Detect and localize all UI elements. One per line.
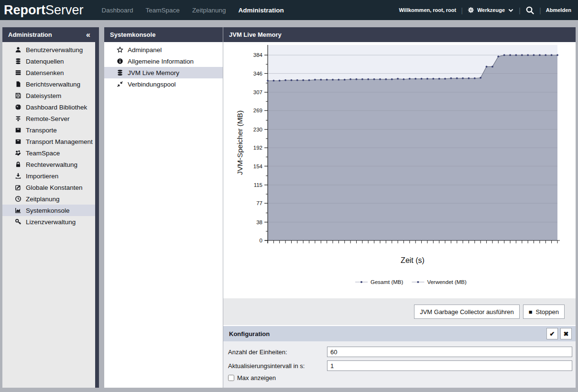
gc-run-button[interactable]: JVM Garbage Collector ausführen bbox=[414, 305, 520, 319]
sidebar-item-benutzerverwaltung[interactable]: Benutzerverwaltung bbox=[2, 44, 95, 55]
config-form: Anzahl der Einheiten: Aktualisierungsint… bbox=[223, 341, 576, 388]
nav-item-teamspace[interactable]: TeamSpace bbox=[146, 7, 180, 14]
systemconsole-title: Systemkonsole bbox=[110, 31, 155, 38]
admin-sidebar-items: BenutzerverwaltungDatenquellenDatensenke… bbox=[2, 42, 95, 388]
item-label: Transporte bbox=[26, 127, 57, 134]
item-label: Adminpanel bbox=[128, 46, 162, 54]
nav-separator: | bbox=[461, 6, 463, 14]
collapse-panel-button[interactable]: « bbox=[86, 31, 90, 39]
sidebar-item-berichtsverwaltung[interactable]: Berichtsverwaltung bbox=[2, 78, 95, 90]
item-label: Systemkonsole bbox=[26, 207, 70, 214]
app-logo: ReportServer bbox=[4, 3, 84, 18]
lock-icon bbox=[14, 161, 22, 168]
sidebar-item-teamspace[interactable]: TeamSpace bbox=[2, 147, 95, 159]
sidebar-item-importieren[interactable]: Importieren bbox=[2, 170, 95, 182]
item-label: Berichtsverwaltung bbox=[26, 81, 80, 88]
svg-text:38: 38 bbox=[256, 219, 262, 225]
config-row-units: Anzahl der Einheiten: bbox=[228, 347, 572, 357]
svg-text:77: 77 bbox=[256, 200, 262, 206]
top-navbar: ReportServer DashboardTeamSpaceZeitplanu… bbox=[0, 0, 578, 20]
interval-input[interactable] bbox=[327, 360, 572, 371]
sidebar-item-dateisystem[interactable]: Dateisystem bbox=[2, 90, 95, 101]
console-item-adminpanel[interactable]: Adminpanel bbox=[104, 44, 223, 55]
gear-icon bbox=[468, 7, 474, 13]
sidebar-item-systemkonsole[interactable]: Systemkonsole bbox=[2, 205, 95, 216]
sidebar-item-lizenzverwaltung[interactable]: Lizenzverwaltung bbox=[2, 216, 95, 228]
logout-button[interactable]: Abmelden bbox=[546, 7, 571, 13]
nav-item-dashboard[interactable]: Dashboard bbox=[102, 7, 133, 14]
main-panel-header: JVM Live Memory bbox=[223, 27, 576, 42]
compress-icon bbox=[116, 81, 123, 87]
search-icon[interactable] bbox=[525, 6, 534, 15]
admin-sidebar-title: Administration bbox=[8, 31, 52, 38]
svg-text:0: 0 bbox=[260, 238, 262, 243]
nav-separator: | bbox=[519, 6, 521, 14]
item-label: Verbindungspool bbox=[128, 81, 176, 88]
svg-text:192: 192 bbox=[253, 145, 262, 151]
nav-item-zeitplanung[interactable]: Zeitplanung bbox=[192, 7, 226, 14]
config-row-interval: Aktualisierungsintervall in s: bbox=[228, 360, 572, 371]
edit-icon bbox=[14, 184, 22, 191]
tools-menu[interactable]: Werkzeuge bbox=[468, 7, 514, 13]
transport-icon bbox=[14, 138, 22, 145]
item-label: Zeitplanung bbox=[26, 196, 60, 203]
clock-icon bbox=[14, 196, 22, 202]
chart-area-icon bbox=[14, 207, 22, 214]
units-input[interactable] bbox=[327, 347, 572, 357]
item-label: Importieren bbox=[26, 173, 58, 180]
svg-text:154: 154 bbox=[253, 163, 263, 169]
item-label: Transport Management bbox=[26, 138, 93, 145]
stop-label: Stoppen bbox=[536, 308, 559, 316]
sidebar-item-remote-server[interactable]: Remote-Server bbox=[2, 113, 95, 124]
confirm-button[interactable]: ✔ bbox=[546, 328, 558, 339]
sidebar-item-transport-management[interactable]: Transport Management bbox=[2, 136, 95, 147]
user-icon bbox=[14, 46, 22, 53]
panel-splitter[interactable] bbox=[95, 27, 99, 388]
systemconsole-panel: Systemkonsole AdminpanelAllgemeine Infor… bbox=[104, 27, 223, 388]
item-label: TeamSpace bbox=[26, 150, 60, 157]
jvm-memory-chart: 03877115154192230269307346384JVM-Speiche… bbox=[223, 42, 575, 298]
content-area: Administration « BenutzerverwaltungDaten… bbox=[0, 27, 578, 388]
stop-button[interactable]: ■ Stoppen bbox=[523, 305, 565, 319]
transport-icon bbox=[14, 127, 22, 133]
sidebar-item-datenquellen[interactable]: Datenquellen bbox=[2, 55, 95, 67]
units-label: Anzahl der Einheiten: bbox=[228, 348, 327, 356]
item-label: Benutzerverwaltung bbox=[26, 46, 83, 54]
logo-light: Server bbox=[45, 3, 84, 17]
floppy-icon bbox=[14, 92, 22, 99]
sidebar-item-rechteverwaltung[interactable]: Rechteverwaltung bbox=[2, 159, 95, 170]
sidebar-item-globale-konstanten[interactable]: Globale Konstanten bbox=[2, 182, 95, 193]
admin-sidebar-header: Administration « bbox=[2, 27, 95, 42]
nav-item-administration[interactable]: Administration bbox=[238, 7, 284, 14]
item-label: Lizenzverwaltung bbox=[26, 218, 76, 226]
sidebar-item-zeitplanung[interactable]: Zeitplanung bbox=[2, 193, 95, 205]
admin-sidebar: Administration « BenutzerverwaltungDaten… bbox=[2, 27, 95, 388]
item-label: Allgemeine Information bbox=[128, 58, 194, 65]
console-item-jvm-live-memory[interactable]: JVM Live Memory bbox=[104, 67, 223, 78]
item-label: Globale Konstanten bbox=[26, 184, 83, 191]
legend-label-verwendet-mb: Verwendet (MB) bbox=[427, 279, 467, 285]
legend-label-gesamt-mb: Gesamt (MB) bbox=[371, 279, 404, 285]
stop-icon: ■ bbox=[529, 308, 533, 316]
max-anzeigen-checkbox[interactable] bbox=[228, 375, 234, 381]
svg-text:Zeit (s): Zeit (s) bbox=[401, 256, 425, 264]
console-item-allgemeine-information[interactable]: Allgemeine Information bbox=[104, 55, 223, 67]
svg-text:JVM-Speicher (MB): JVM-Speicher (MB) bbox=[236, 110, 244, 175]
svg-text:115: 115 bbox=[254, 182, 262, 188]
tools-label: Werkzeuge bbox=[477, 7, 505, 13]
star-icon bbox=[116, 46, 123, 53]
config-header: Konfiguration ✔ ✖ bbox=[223, 326, 576, 341]
sidebar-item-transporte[interactable]: Transporte bbox=[2, 124, 95, 136]
rows-icon bbox=[14, 69, 22, 76]
console-item-verbindungspool[interactable]: Verbindungspool bbox=[104, 78, 223, 90]
teamspace-icon bbox=[14, 150, 22, 156]
key-icon bbox=[14, 218, 22, 225]
item-label: JVM Live Memory bbox=[128, 69, 179, 76]
svg-text:384: 384 bbox=[253, 52, 263, 58]
sidebar-item-dashboard-bibliothek[interactable]: Dashboard Bibliothek bbox=[2, 101, 95, 113]
svg-text:230: 230 bbox=[253, 127, 262, 132]
sidebar-item-datensenken[interactable]: Datensenken bbox=[2, 67, 95, 78]
database-icon bbox=[14, 58, 22, 65]
item-label: Dateisystem bbox=[26, 92, 61, 99]
cancel-button[interactable]: ✖ bbox=[560, 328, 572, 339]
